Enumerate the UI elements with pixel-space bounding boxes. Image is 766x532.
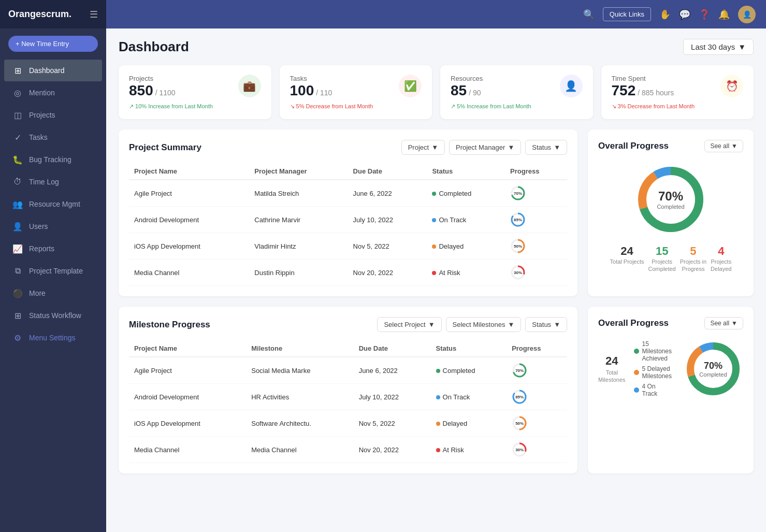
completed-label: ProjectsCompleted [648,258,676,273]
donut-chart-top: 70% Completed 24 Total Projects 15 Proje… [598,161,743,273]
date-filter-button[interactable]: Last 30 days ▼ [683,39,754,55]
donut-label-bottom: Completed [699,371,727,378]
sidebar-item-tasks[interactable]: ✓ Tasks [4,126,102,148]
delayed-num: 4 [711,245,731,258]
table-row: iOS App Development Vladimir Hintz Nov 5… [129,233,567,260]
progress-circle: 70% [510,185,526,201]
stat-change: ↘ 3% Decrease from Last Month [612,103,744,110]
filter-btn-project-manager[interactable]: Project Manager▼ [449,140,521,155]
sidebar-item-bug-tracking[interactable]: 🐛 Bug Tracking [4,149,102,170]
progress: 50% [505,233,567,260]
stat-total: / 90 [469,89,481,97]
help-icon[interactable]: ❓ [699,9,710,20]
status-dot [436,369,440,373]
table-col-header: Progress [507,340,567,357]
sidebar-item-label-resource-mgmt: Resource Mgmt [29,200,80,208]
donut-pct-top: 70% [657,189,684,204]
status-dot [432,245,436,249]
overall-progress-bottom-header: Overall Progress See all ▼ [598,317,743,329]
total-projects-label: Total Projects [610,258,644,265]
chat-icon[interactable]: 💬 [679,9,690,20]
main-area: 🔍 Quick Links ✋ 💬 ❓ 🔔 👤 Dashboard Last 3… [106,0,766,532]
bell-icon[interactable]: 🔔 [718,9,730,20]
hand-icon[interactable]: ✋ [659,9,671,20]
logo-text: Orangescrum. [8,9,71,20]
project-name: iOS App Development [129,233,249,260]
status-dot [436,395,440,399]
search-icon[interactable]: 🔍 [583,9,595,20]
stats-row: Projects 850 / 1100 💼 ↗ 10% Increase fro… [119,65,754,119]
status: On Track [427,207,505,233]
overall-progress-top-title: Overall Progress [598,141,669,151]
quick-links-button[interactable]: Quick Links [603,7,651,21]
new-time-entry-button[interactable]: + New Time Entry [8,36,98,52]
milestone-stats: 24 TotalMilestones 15 Milestones Achieve… [598,340,672,397]
project-manager: Matilda Streich [249,180,348,207]
table-col-header: Status [427,163,505,180]
progress: 85% [507,384,567,410]
sidebar-item-label-menu-settings: Menu Settings [29,334,76,342]
stat-change: ↗ 10% Increase from Last Month [129,103,261,110]
due-date: June 6, 2022 [348,180,427,207]
status: Completed [431,357,507,384]
project-summary-title: Project Summary [129,142,201,153]
see-all-bottom-button[interactable]: See all ▼ [704,317,743,329]
project-summary-table: Project NameProject ManagerDue DateStatu… [129,163,567,286]
sidebar-item-project-template[interactable]: ⧉ Project Template [4,260,102,282]
project-name: Media Channel [129,260,249,286]
status: At Risk [431,437,507,463]
hamburger-icon[interactable]: ☰ [90,9,98,20]
resource-mgmt-icon: 👥 [12,199,23,209]
sidebar-item-time-log[interactable]: ⏱ Time Log [4,171,102,193]
avatar[interactable]: 👤 [738,6,756,23]
table-row: Android Development Cathrine Marvir July… [129,207,567,233]
sidebar-item-status-workflow[interactable]: ⊞ Status Workflow [4,305,102,326]
sidebar-item-menu-settings[interactable]: ⚙ Menu Settings [4,327,102,349]
overall-progress-bottom-panel: Overall Progress See all ▼ 24 TotalMiles… [588,307,754,473]
sidebar-item-mention[interactable]: ◎ Mention [4,82,102,104]
sidebar-item-reports[interactable]: 📈 Reports [4,238,102,260]
topbar: 🔍 Quick Links ✋ 💬 ❓ 🔔 👤 [106,0,766,28]
ms-filter-btn-select-project[interactable]: Select Project▼ [377,317,441,332]
sidebar-item-label-bug-tracking: Bug Tracking [29,155,71,164]
sidebar-item-projects[interactable]: ◫ Projects [4,104,102,126]
sidebar-item-resource-mgmt[interactable]: 👥 Resource Mgmt [4,193,102,215]
ms-filter-btn-select-milestones[interactable]: Select Milestones▼ [446,317,522,332]
project-summary-section: Project Summary Project▼Project Manager▼… [119,130,754,296]
table-row: Agile Project Matilda Streich June 6, 20… [129,180,567,207]
project-template-icon: ⧉ [12,266,23,276]
milestone-name: Software Architectu. [246,410,353,437]
filter-btn-status[interactable]: Status▼ [525,140,567,155]
mention-icon: ◎ [12,88,23,98]
filter-btn-project[interactable]: Project▼ [401,140,445,155]
stat-icon: 👤 [560,75,583,97]
table-col-header: Status [431,340,507,357]
sidebar-item-users[interactable]: 👤 Users [4,215,102,237]
stat-value-row: 752 / 885 hours [612,82,674,99]
due-date: June 6, 2022 [354,357,431,384]
stat-value-row: 100 / 110 [290,82,333,99]
sidebar-item-more[interactable]: ⚫ More [4,282,102,304]
see-all-top-button[interactable]: See all ▼ [704,140,743,152]
legend-item: 15 Milestones Achieved [634,340,672,362]
legend-dot [634,349,639,354]
ms-filter-btn-status[interactable]: Status▼ [525,317,567,332]
sidebar-logo: Orangescrum. ☰ [0,0,106,28]
chevron-down-icon: ▼ [731,142,738,150]
project-name: Agile Project [129,180,249,207]
status: Delayed [427,233,505,260]
chevron-icon: ▼ [508,143,514,151]
milestone-filters: Select Project▼Select Milestones▼Status▼ [377,317,567,332]
sidebar-item-dashboard[interactable]: ⊞ Dashboard [4,60,102,81]
status-workflow-icon: ⊞ [12,310,23,321]
overall-progress-bottom-title: Overall Progress [598,318,669,328]
sidebar-item-label-users: Users [29,222,48,231]
stat-label: Tasks [290,75,333,82]
stat-info: Time Spent 752 / 885 hours [612,75,674,99]
legend-label: 5 Delayed Milestones [642,365,672,380]
milestone-progress-header: Milestone Progress Select Project▼Select… [129,317,567,332]
total-milestones-num: 24 [605,354,618,368]
chevron-down-icon-bottom: ▼ [731,320,738,327]
inprogress-projects-stat: 5 Projects inProgress [680,245,706,273]
total-projects-stat: 24 Total Projects [610,245,644,273]
